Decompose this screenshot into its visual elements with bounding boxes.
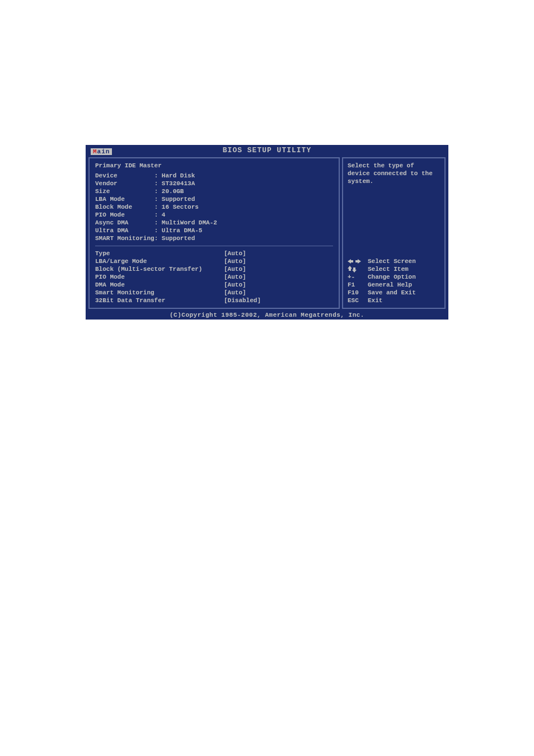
info-row: Vendor : ST320413A bbox=[95, 180, 333, 187]
tab-main[interactable]: Main bbox=[91, 148, 112, 155]
info-row: Ultra DMA : Ultra DMA-5 bbox=[95, 227, 333, 234]
info-label: Block Mode bbox=[95, 204, 154, 210]
legend-row: +- Change Option bbox=[348, 273, 440, 281]
setting-row[interactable]: Block (Multi-sector Transfer)[Auto] bbox=[95, 265, 333, 273]
legend-text: Exit bbox=[368, 297, 440, 304]
left-right-arrows-icon bbox=[348, 259, 362, 264]
info-label: Async DMA bbox=[95, 219, 154, 226]
info-row: Device : Hard Disk bbox=[95, 172, 333, 180]
info-row: Async DMA : MultiWord DMA-2 bbox=[95, 219, 333, 227]
setting-row[interactable]: Type[Auto] bbox=[95, 250, 333, 257]
setting-row[interactable]: Smart Monitoring[Auto] bbox=[95, 289, 333, 297]
tab-rest: ain bbox=[97, 148, 110, 155]
legend-row: ESC Exit bbox=[348, 297, 440, 304]
setting-label: 32Bit Data Transfer bbox=[95, 297, 224, 304]
setting-row[interactable]: PIO Mode[Auto] bbox=[95, 273, 333, 281]
legend-row: F10 Save and Exit bbox=[348, 289, 440, 297]
content-area: Primary IDE Master Device : Hard Disk Ve… bbox=[86, 155, 448, 311]
setting-value: [Auto] bbox=[224, 265, 246, 273]
legend-key: F1 bbox=[348, 281, 362, 289]
setting-label: LBA/Large Mode bbox=[95, 257, 224, 265]
setting-value: [Disabled] bbox=[224, 297, 261, 304]
setting-label: Block (Multi-sector Transfer) bbox=[95, 265, 224, 273]
svg-marker-2 bbox=[348, 266, 352, 271]
legend-row: Select Screen bbox=[348, 257, 440, 265]
info-value: : 4 bbox=[154, 212, 166, 218]
info-value: : Ultra DMA-5 bbox=[154, 227, 203, 234]
info-row: SMART Monitoring: Supported bbox=[95, 234, 333, 242]
setting-value: [Auto] bbox=[224, 273, 246, 281]
legend-key: F10 bbox=[348, 289, 362, 297]
setting-label: Smart Monitoring bbox=[95, 289, 224, 297]
info-row: Block Mode : 16 Sectors bbox=[95, 203, 333, 211]
info-value: : Supported bbox=[154, 196, 195, 203]
info-label: SMART Monitoring bbox=[95, 235, 154, 242]
info-label: Vendor bbox=[95, 180, 154, 187]
up-down-arrows-icon bbox=[348, 266, 362, 273]
info-value: : Hard Disk bbox=[154, 172, 195, 179]
info-label: LBA Mode bbox=[95, 196, 154, 203]
info-row: LBA Mode : Supported bbox=[95, 195, 333, 203]
info-row: PIO Mode : 4 bbox=[95, 211, 333, 219]
info-label: Size bbox=[95, 188, 154, 195]
setting-value: [Auto] bbox=[224, 289, 246, 297]
title-text: BIOS SETUP UTILITY bbox=[223, 146, 311, 154]
help-panel: Select the type of device connected to t… bbox=[342, 157, 446, 309]
legend-text: Select Screen bbox=[368, 257, 440, 265]
setting-label: PIO Mode bbox=[95, 273, 224, 281]
legend-key: +- bbox=[348, 273, 362, 281]
info-label: PIO Mode bbox=[95, 212, 154, 218]
settings-block: Type[Auto] LBA/Large Mode[Auto] Block (M… bbox=[95, 250, 333, 304]
help-text: Select the type of device connected to t… bbox=[348, 162, 440, 185]
device-info-block: Device : Hard Disk Vendor : ST320413A Si… bbox=[95, 172, 333, 246]
footer-text: (C)Copyright 1985-2002, American Megatre… bbox=[170, 312, 364, 318]
section-title: Primary IDE Master bbox=[95, 162, 333, 170]
info-value: : 20.0GB bbox=[154, 188, 184, 195]
legend-text: Change Option bbox=[368, 273, 440, 281]
info-label: Device bbox=[95, 172, 154, 179]
legend-text: Save and Exit bbox=[368, 289, 440, 297]
legend-row: F1 General Help bbox=[348, 281, 440, 289]
title-bar: BIOS SETUP UTILITY Main bbox=[86, 145, 448, 155]
footer-bar: (C)Copyright 1985-2002, American Megatre… bbox=[86, 311, 448, 319]
setting-row[interactable]: 32Bit Data Transfer[Disabled] bbox=[95, 297, 333, 304]
legend-text: Select Item bbox=[368, 265, 440, 273]
bios-window: BIOS SETUP UTILITY Main Primary IDE Mast… bbox=[86, 145, 448, 320]
setting-row[interactable]: LBA/Large Mode[Auto] bbox=[95, 257, 333, 265]
setting-value: [Auto] bbox=[224, 281, 246, 289]
setting-value: [Auto] bbox=[224, 250, 246, 257]
info-label: Ultra DMA bbox=[95, 227, 154, 234]
info-value: : 16 Sectors bbox=[154, 204, 199, 210]
info-value: : MultiWord DMA-2 bbox=[154, 219, 217, 226]
svg-marker-3 bbox=[352, 267, 357, 273]
svg-marker-0 bbox=[348, 259, 353, 264]
legend-block: Select Screen Select Item +- Change Opti… bbox=[348, 257, 440, 304]
svg-marker-1 bbox=[355, 259, 361, 264]
legend-row: Select Item bbox=[348, 265, 440, 273]
tab-accel: M bbox=[93, 148, 97, 155]
setting-row[interactable]: DMA Mode[Auto] bbox=[95, 281, 333, 289]
info-row: Size : 20.0GB bbox=[95, 187, 333, 195]
setting-value: [Auto] bbox=[224, 257, 246, 265]
main-panel: Primary IDE Master Device : Hard Disk Ve… bbox=[88, 157, 340, 309]
legend-key: ESC bbox=[348, 297, 362, 304]
info-value: : Supported bbox=[154, 235, 195, 242]
setting-label: Type bbox=[95, 250, 224, 257]
info-value: : ST320413A bbox=[154, 180, 195, 187]
legend-text: General Help bbox=[368, 281, 440, 289]
setting-label: DMA Mode bbox=[95, 281, 224, 289]
